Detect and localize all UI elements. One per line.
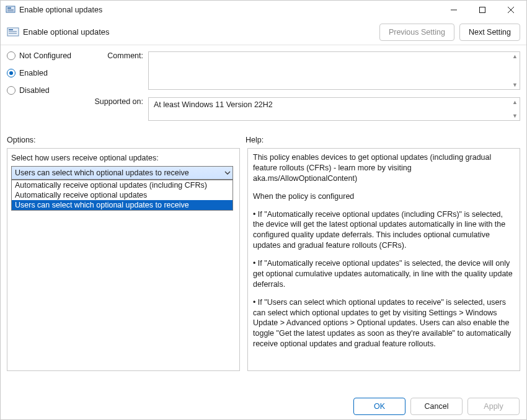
maximize-button[interactable]: [468, 1, 497, 19]
radio-label: Enabled: [19, 69, 48, 77]
options-label: Options:: [7, 136, 246, 144]
supported-on-label: Supported on:: [87, 97, 148, 121]
svg-rect-1: [7, 7, 11, 9]
minimize-button[interactable]: [440, 1, 468, 19]
policy-title: Enable optional updates: [23, 27, 379, 37]
help-paragraph: • If "Users can select which optional up…: [253, 297, 515, 349]
scroll-up-icon[interactable]: ▲: [512, 53, 518, 59]
svg-rect-11: [9, 33, 17, 34]
options-dropdown[interactable]: Users can select which optional updates …: [11, 166, 233, 180]
scroll-down-icon[interactable]: ▼: [512, 113, 518, 119]
help-paragraph: • If "Automatically receive optional upd…: [253, 258, 515, 290]
svg-rect-3: [7, 11, 14, 11]
radio-label: Disabled: [19, 86, 50, 95]
svg-rect-9: [9, 29, 13, 30]
help-paragraph: • If "Automatically receive optional upd…: [253, 209, 515, 252]
radio-label: Not Configured: [19, 51, 71, 60]
dropdown-option[interactable]: Automatically receive optional updates: [12, 190, 232, 200]
radio-not-configured[interactable]: Not Configured: [7, 51, 81, 60]
svg-rect-5: [480, 7, 485, 13]
scroll-down-icon[interactable]: ▼: [512, 82, 518, 88]
next-setting-button[interactable]: Next Setting: [459, 24, 520, 41]
close-button[interactable]: [497, 1, 525, 19]
radio-enabled[interactable]: Enabled: [7, 69, 81, 77]
scroll-up-icon[interactable]: ▲: [512, 99, 518, 105]
apply-button[interactable]: Apply: [467, 398, 520, 415]
comment-input[interactable]: ▲ ▼: [148, 51, 520, 90]
dialog-footer: OK Cancel Apply: [353, 398, 520, 415]
comment-label: Comment:: [87, 51, 148, 90]
policy-icon: [6, 5, 16, 15]
dropdown-option[interactable]: Automatically receive optional updates (…: [12, 180, 232, 190]
supported-on-value: At least Windows 11 Version 22H2: [154, 100, 273, 109]
supported-on-value-box: At least Windows 11 Version 22H2 ▲ ▼: [148, 97, 520, 121]
help-paragraph: This policy enables devices to get optio…: [253, 152, 515, 184]
chevron-down-icon: [224, 168, 231, 177]
ok-button[interactable]: OK: [353, 398, 405, 415]
previous-setting-button[interactable]: Previous Setting: [379, 24, 454, 41]
header-row: Enable optional updates Previous Setting…: [1, 19, 526, 45]
options-prompt: Select how users receive optional update…: [11, 154, 236, 162]
svg-rect-2: [7, 9, 14, 10]
help-paragraph: When the policy is configured: [253, 191, 515, 202]
dropdown-option[interactable]: Users can select which optional updates …: [12, 200, 232, 210]
help-label: Help:: [246, 136, 264, 144]
policy-icon: [7, 26, 19, 38]
cancel-button[interactable]: Cancel: [410, 398, 463, 415]
options-panel: Select how users receive optional update…: [7, 148, 240, 371]
help-panel: This policy enables devices to get optio…: [247, 148, 520, 371]
window-title: Enable optional updates: [19, 6, 440, 14]
title-bar: Enable optional updates: [1, 1, 526, 19]
options-dropdown-list: Automatically receive optional updates (…: [11, 180, 233, 211]
options-dropdown-selected: Users can select which optional updates …: [15, 168, 189, 177]
svg-rect-10: [9, 31, 17, 32]
radio-disabled[interactable]: Disabled: [7, 86, 81, 95]
